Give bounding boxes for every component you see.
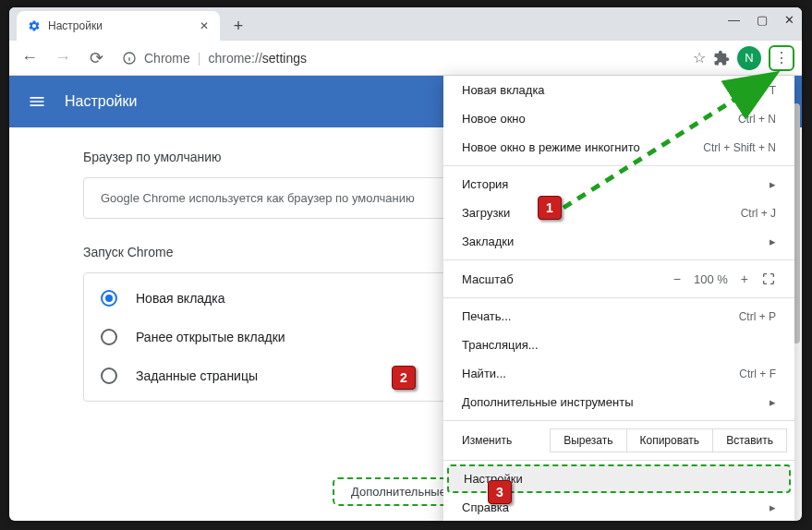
menu-paste[interactable]: Вставить	[712, 428, 787, 452]
back-button[interactable]: ←	[17, 48, 42, 67]
zoom-out-button[interactable]: −	[673, 271, 681, 286]
radio-icon	[101, 329, 117, 345]
menu-cut[interactable]: Вырезать	[550, 428, 626, 452]
radio-icon	[101, 290, 117, 307]
menu-history[interactable]: История▸	[443, 170, 794, 199]
menu-edit-row: Изменить Вырезать Копировать Вставить	[443, 425, 794, 456]
chevron-right-icon: ▸	[770, 500, 776, 514]
omnibox[interactable]: Chrome | chrome://settings	[116, 51, 685, 66]
minimize-button[interactable]: —	[728, 13, 740, 27]
menu-new-tab[interactable]: Новая вкладкаCtrl + T	[443, 76, 794, 104]
reload-button[interactable]: ⟳	[83, 48, 109, 68]
chevron-right-icon: ▸	[770, 177, 776, 191]
profile-avatar[interactable]: N	[737, 46, 761, 70]
menu-bookmarks[interactable]: Закладки▸	[443, 227, 794, 256]
radio-icon	[101, 367, 117, 384]
menu-more-tools[interactable]: Дополнительные инструменты▸	[443, 388, 794, 416]
close-tab-icon[interactable]: ✕	[200, 19, 209, 32]
menu-downloads[interactable]: ЗагрузкиCtrl + J	[443, 199, 794, 227]
forward-button: →	[50, 48, 76, 67]
hamburger-icon[interactable]	[28, 92, 46, 111]
gear-icon	[28, 19, 41, 32]
callout-3: 3	[488, 480, 512, 504]
browser-window: Настройки ✕ + — ▢ ✕ ← → ⟳ Chrome | chrom…	[9, 7, 802, 521]
zoom-value: 100 %	[694, 272, 728, 286]
callout-1: 1	[538, 196, 562, 220]
bookmark-star-icon[interactable]: ☆	[693, 49, 706, 66]
menu-new-window[interactable]: Новое окноCtrl + N	[443, 104, 794, 133]
new-tab-button[interactable]: +	[225, 13, 251, 39]
browser-tab[interactable]: Настройки ✕	[17, 11, 220, 41]
window-controls: — ▢ ✕	[728, 13, 794, 27]
tab-title: Настройки	[48, 19, 103, 32]
close-window-button[interactable]: ✕	[784, 13, 794, 27]
menu-cast[interactable]: Трансляция...	[443, 331, 794, 359]
chrome-menu-button[interactable]: ⋮	[769, 45, 794, 71]
menu-copy[interactable]: Копировать	[626, 428, 714, 452]
menu-incognito[interactable]: Новое окно в режиме инкогнитоCtrl + Shif…	[443, 133, 794, 162]
fullscreen-icon[interactable]	[761, 271, 776, 286]
menu-print[interactable]: Печать...Ctrl + P	[443, 302, 794, 331]
settings-title: Настройки	[65, 93, 137, 110]
info-icon	[122, 51, 137, 66]
chevron-right-icon: ▸	[770, 235, 776, 248]
chrome-menu: Новая вкладкаCtrl + T Новое окноCtrl + N…	[443, 76, 794, 521]
menu-zoom: Масштаб − 100 % +	[443, 264, 794, 294]
maximize-button[interactable]: ▢	[757, 13, 768, 27]
toolbar: ← → ⟳ Chrome | chrome://settings ☆ N ⋮	[9, 41, 802, 76]
extensions-icon[interactable]	[713, 50, 730, 66]
omnibox-product: Chrome	[144, 51, 190, 66]
menu-find[interactable]: Найти...Ctrl + F	[443, 359, 794, 388]
titlebar: Настройки ✕ + — ▢ ✕	[9, 7, 802, 41]
chevron-right-icon: ▸	[770, 395, 776, 409]
zoom-in-button[interactable]: +	[741, 271, 748, 286]
callout-2: 2	[392, 366, 416, 390]
